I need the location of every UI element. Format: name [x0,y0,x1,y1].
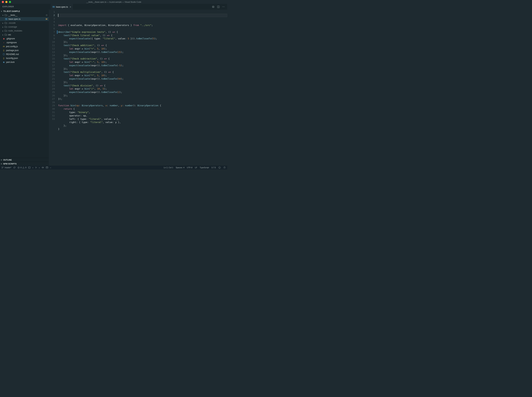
debug-console-button[interactable] [28,166,31,169]
code-line[interactable]: expect(evaluate(expr)).toBeCloseTo(2); [58,91,227,94]
modified-line-indicator [57,31,57,34]
minimize-window-button[interactable] [5,1,7,3]
code-line[interactable]: let expr = bin("*", 5, 10); [58,74,227,77]
tree-item-label: yarn.lock [6,61,15,63]
code-content[interactable]: import { evaluate, BinaryOperation, Bina… [58,10,227,166]
encoding[interactable]: UTF-8 [187,167,192,169]
compare-icon[interactable] [212,6,215,8]
project-section[interactable]: ▾ TS-JEST-SAMPLE [0,9,49,13]
tab-bar: TS base.spec.ts × ⋯ [49,4,227,10]
folder-icon [5,33,7,36]
tree-item-label: coverage [8,26,17,28]
language[interactable]: TypeScript [200,167,209,169]
code-line[interactable]: test("Check addition!", () => { [58,44,227,47]
split-editor-icon[interactable] [217,6,220,8]
maximize-window-button[interactable] [9,1,11,3]
file-item[interactable]: ⓘREADME.md [0,52,49,56]
code-line[interactable]: }); [58,81,227,84]
svg-point-3 [2,168,2,168]
svg-point-2 [2,167,2,167]
code-line[interactable]: let expr = bin("-", 5, 10); [58,61,227,64]
markdown-icon: ⓘ [2,53,5,56]
code-line[interactable]: expect(evaluate(expr)).toBeCloseTo(15); [58,50,227,54]
code-line[interactable]: expect(evaluate(expr)).toBeCloseTo(50); [58,77,227,81]
file-item[interactable]: TSbase.spec.tsM [0,17,49,21]
code-line[interactable] [58,131,227,134]
file-item[interactable]: {}package.json [0,48,49,52]
sync-button[interactable] [13,166,16,169]
eol[interactable]: LF [195,167,197,169]
code-line[interactable]: expect(evaluate(expr)).toBeCloseTo(-5); [58,64,227,67]
npm-scripts-section[interactable]: ▸ NPM SCRIPTS [0,162,49,166]
file-item[interactable]: ▪.npmignore [0,41,49,44]
status-dash: – [50,167,51,169]
dirty-indicator [46,14,47,16]
code-line[interactable]: import { evaluate, BinaryOperation, Bina… [58,24,227,27]
notifications-icon[interactable] [223,166,226,169]
nav-forward-button[interactable]: › [39,166,40,169]
outline-label: OUTLINE [3,159,12,161]
code-line[interactable]: let expr = bin("/", 10, 5); [58,87,227,91]
more-actions-icon[interactable]: ⋯ [222,5,225,8]
code-line[interactable]: right: { type: "literal", value: y }, [58,121,227,124]
branch-indicator[interactable]: master* [1,166,11,169]
folder-item[interactable]: ▸src [0,33,49,37]
file-item[interactable]: JSjest.config.js [0,44,49,48]
ts-version[interactable]: 3.7.5 [211,167,216,169]
nav-back-button[interactable]: ‹ [32,166,33,169]
tree-item-label: jest.config.js [6,45,18,48]
problems-indicator[interactable]: 0 0 [18,167,26,169]
code-line[interactable]: test("Check subtraction", () => { [58,57,227,61]
window-title: __tests__/base.spec.ts — ts-jest-sample … [11,1,217,3]
code-line[interactable]: test("Check multiplication", () => { [58,70,227,74]
code-line[interactable]: }); [58,94,227,97]
code-line[interactable]: test("Check literal value", () => { [58,34,227,37]
code-line[interactable]: left: { type: "literal", value: x }, [58,118,227,121]
tree-item-label: package.json [6,49,19,52]
cursor [58,14,58,17]
tab-base-spec[interactable]: TS base.spec.ts × [50,4,73,10]
code-line[interactable] [58,27,227,31]
code-line[interactable]: describe("Simple expression tests", () =… [58,31,227,34]
json-icon: {} [2,57,5,59]
run-button[interactable] [35,167,37,169]
mute-button[interactable] [42,166,44,169]
project-name: TS-JEST-SAMPLE [3,10,20,12]
code-line[interactable]: }); [58,54,227,57]
code-line[interactable]: function bin(op: BinaryOperators, x: num… [58,104,227,107]
code-line[interactable]: operator: op, [58,114,227,118]
folder-item[interactable]: ▾__tests__ [0,13,49,17]
layout-button[interactable] [46,166,48,169]
file-item[interactable]: ⬢yarn.lock [0,60,49,64]
feedback-icon[interactable] [218,166,221,169]
javascript-icon: JS [2,45,5,48]
code-line[interactable]: }; [58,124,227,127]
code-line[interactable]: }); [58,40,227,44]
typescript-icon: TS [5,18,7,20]
code-line[interactable]: let expr = bin("+", 5, 10); [58,47,227,50]
folder-item[interactable]: ▸node_modules [0,29,49,33]
tree-item-label: .vscode [8,22,15,24]
code-line[interactable]: expect(evaluate({ type: "literal", value… [58,37,227,40]
code-line[interactable]: } [58,127,227,131]
tree-item-label: src [8,33,11,36]
outline-section[interactable]: ▸ OUTLINE [0,158,49,162]
cursor-position[interactable]: Ln 2, Col 1 [164,167,173,169]
close-tab-button[interactable]: × [69,6,71,8]
code-line[interactable] [58,101,227,104]
file-item[interactable]: ◆.gitignore [0,37,49,41]
folder-item[interactable]: ▸coverage [0,25,49,29]
code-editor[interactable]: 1234567891011121314151617181920212223242… [49,10,227,166]
chevron-icon: ▸ [2,22,4,24]
code-line[interactable]: type: "binary", [58,111,227,114]
tree-item-label: README.md [6,53,19,56]
close-window-button[interactable] [2,1,4,3]
file-item[interactable]: {}tsconfig.json [0,56,49,60]
indentation[interactable]: Spaces: 4 [176,167,185,169]
code-line[interactable]: }); [58,97,227,101]
code-line[interactable]: test("Check division", () => { [58,84,227,87]
code-line[interactable]: return { [58,107,227,111]
folder-item[interactable]: ▸.vscode [0,21,49,25]
code-line[interactable]: }); [58,67,227,71]
current-line-highlight [58,14,227,17]
